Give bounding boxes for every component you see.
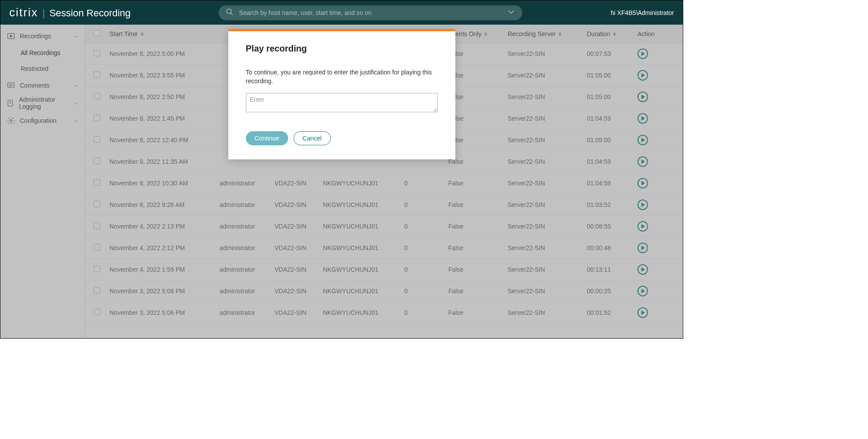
brand: citrix | Session Recording bbox=[9, 6, 131, 19]
brand-citrix: citrix bbox=[9, 6, 38, 19]
top-bar: citrix | Session Recording hi XF4B5\Admi… bbox=[0, 0, 683, 25]
brand-product: Session Recording bbox=[49, 7, 131, 19]
continue-button[interactable]: Continue bbox=[246, 131, 288, 145]
justification-input[interactable] bbox=[246, 93, 438, 112]
user-greeting[interactable]: hi XF4B5\Administrator bbox=[611, 9, 674, 16]
dialog-title: Play recording bbox=[246, 44, 438, 54]
svg-line-1 bbox=[231, 13, 233, 15]
brand-separator: | bbox=[42, 7, 45, 19]
play-recording-dialog: Play recording To continue, you are requ… bbox=[228, 29, 455, 159]
cancel-button[interactable]: Cancel bbox=[293, 131, 331, 145]
search-bar[interactable] bbox=[219, 5, 522, 20]
search-icon bbox=[226, 8, 234, 17]
search-input[interactable] bbox=[239, 9, 507, 16]
dialog-message: To continue, you are required to enter t… bbox=[246, 68, 438, 86]
chevron-down-icon[interactable] bbox=[507, 8, 515, 17]
svg-point-0 bbox=[227, 9, 232, 14]
